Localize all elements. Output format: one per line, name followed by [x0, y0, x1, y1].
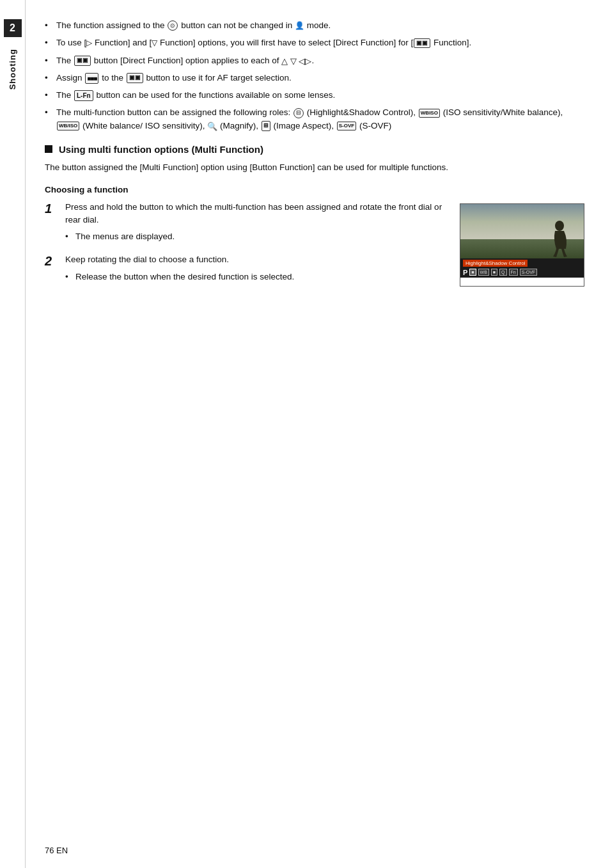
page-suffix: EN: [54, 846, 68, 855]
page-footer: 76 EN: [45, 846, 68, 855]
hs-icon: ⊟: [293, 108, 304, 118]
steps-text: 1 Press and hold the button to which the…: [45, 201, 447, 294]
list-item: The L-Fn button can be used for the func…: [45, 89, 584, 102]
step-number-2: 2: [45, 253, 59, 269]
step-2: 2 Keep rotating the dial to choose a fun…: [45, 253, 447, 283]
section-description: The button assigned the [Multi Function]…: [45, 161, 584, 175]
svg-rect-0: [460, 204, 584, 239]
camera-image: Highlight&Shadow Control P ■ WB ■ Q Fn S…: [460, 203, 584, 287]
section-icon: [45, 145, 52, 153]
camera-screen: Highlight&Shadow Control P ■ WB ■ Q Fn S…: [460, 204, 584, 278]
steps-container: 1 Press and hold the button to which the…: [45, 201, 584, 294]
main-content: The function assigned to the ⊙ button ca…: [26, 0, 610, 868]
mode-icon-6: S-OVF: [520, 269, 537, 276]
camera-bottom-bar: Highlight&Shadow Control P ■ WB ■ Q Fn S…: [460, 258, 584, 278]
section-heading: Using multi function options (Multi Func…: [45, 144, 584, 155]
page-container: 2 Shooting The function assigned to the …: [0, 0, 610, 868]
mode-icon-5: Fn: [509, 269, 518, 276]
step-number-1: 1: [45, 201, 59, 216]
list-item: The multi-function button can be assigne…: [45, 106, 584, 132]
bullet-list: The function assigned to the ⊙ button ca…: [45, 19, 584, 132]
step-1-content: Press and hold the button to which the m…: [65, 201, 447, 244]
lfn-icon: L-Fn: [74, 90, 93, 101]
sidebar: 2 Shooting: [0, 0, 26, 868]
mode-icon-2: WB: [478, 269, 489, 276]
camera-photo-svg: [460, 204, 584, 258]
df2-btn-icon: ▣▣: [127, 73, 143, 83]
page-number: 76: [45, 846, 54, 855]
list-item: Assign ■■■ to the ▣▣ button to use it fo…: [45, 72, 584, 84]
mode-p: P: [463, 269, 467, 276]
step-2-content: Keep rotating the dial to choose a funct…: [65, 253, 447, 283]
mode-icon-3: ■: [491, 269, 497, 276]
magnify-icon: 🔍: [207, 121, 217, 130]
wb-iso2-icon: WB/ISO: [57, 122, 79, 130]
camera-screen-photo: [460, 204, 584, 258]
sub-heading: Choosing a function: [45, 185, 584, 194]
sovf-icon: S-OVF: [337, 122, 356, 130]
list-item: The function assigned to the ⊙ button ca…: [45, 19, 584, 32]
step-2-main: Keep rotating the dial to choose a funct…: [65, 253, 447, 266]
wb-iso1-icon: WBISO: [419, 109, 440, 118]
target-icon: ⊙: [168, 20, 178, 31]
highlight-label: Highlight&Shadow Control: [463, 260, 528, 267]
list-item: bullet2 To use [▷ Function] and [▽ Funct…: [45, 36, 584, 49]
mode-icon-4: Q: [499, 269, 506, 276]
af-icon: ■■■: [85, 73, 98, 84]
svg-point-2: [555, 221, 564, 231]
section-heading-text: Using multi function options (Multi Func…: [59, 144, 263, 155]
mode-bar: P ■ WB ■ Q Fn S-OVF: [463, 269, 581, 276]
chapter-number: 2: [4, 19, 22, 37]
df-btn-icon: ▣▣: [74, 56, 91, 66]
step-1-sub: The menus are displayed.: [65, 230, 447, 243]
step-1: 1 Press and hold the button to which the…: [45, 201, 447, 244]
aspect-icon: ⊞: [262, 121, 270, 131]
sidebar-label: Shooting: [8, 49, 17, 90]
step-1-main: Press and hold the button to which the m…: [65, 201, 447, 227]
direct-fn-icon: ▣▣: [414, 38, 430, 49]
mode-icon: 👤: [295, 21, 304, 30]
step-2-sub: Release the button when the desired func…: [65, 271, 447, 283]
list-item: The ▣▣ button [Direct Function] option a…: [45, 54, 584, 67]
mode-icon-1: ■: [469, 269, 476, 276]
